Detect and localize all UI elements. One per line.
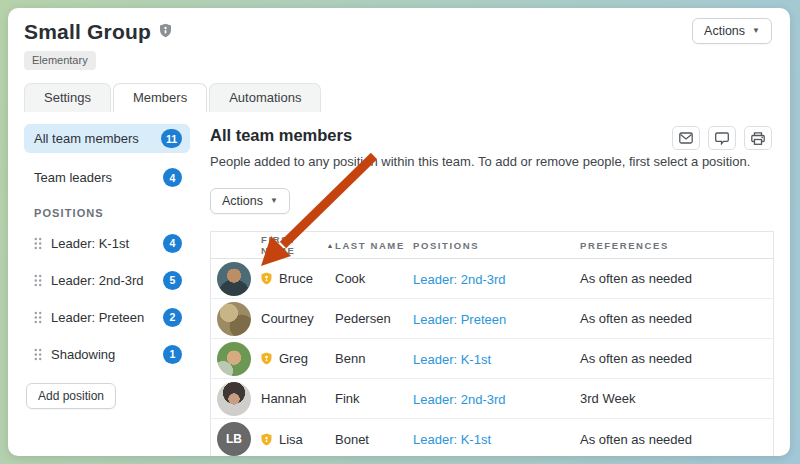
drag-handle-icon[interactable] <box>34 311 42 324</box>
members-sidebar: All team members 11 Team leaders 4 POSIT… <box>24 124 190 456</box>
position-link[interactable]: Leader: K-1st <box>413 352 491 367</box>
column-preferences[interactable]: PREFERENCES <box>580 240 773 251</box>
preference-cell: As often as needed <box>580 351 773 366</box>
avatar[interactable] <box>217 262 251 296</box>
avatar-initials: LB <box>226 432 242 446</box>
team-actions-label: Actions <box>704 24 745 38</box>
last-name-cell: Fink <box>335 391 413 406</box>
first-name-cell: Bruce <box>279 271 313 286</box>
count-badge: 11 <box>161 129 182 148</box>
position-link[interactable]: Leader: Preteen <box>413 312 506 327</box>
table-row[interactable]: Hannah Fink Leader: 2nd-3rd 3rd Week <box>211 379 773 419</box>
sidebar-item-team-leaders[interactable]: Team leaders 4 <box>24 163 190 192</box>
count-badge: 4 <box>163 168 182 187</box>
count-badge: 2 <box>163 308 182 327</box>
members-main-panel: All team members People added to any pos… <box>190 124 774 456</box>
leader-shield-icon <box>261 352 273 365</box>
avatar[interactable] <box>217 382 251 416</box>
leader-shield-icon <box>261 433 273 446</box>
avatar[interactable] <box>217 342 251 376</box>
column-positions[interactable]: POSITIONS <box>413 240 580 251</box>
team-tag-badge: Elementary <box>24 51 96 70</box>
sidebar-position-leader-k-1st[interactable]: Leader: K-1st 4 <box>24 231 190 255</box>
members-actions-button[interactable]: Actions ▼ <box>210 188 290 214</box>
table-row[interactable]: LB Lisa Bonet Leader: K-1st As often as … <box>211 419 773 456</box>
position-link[interactable]: Leader: 2nd-3rd <box>413 272 506 287</box>
position-label: Leader: K-1st <box>51 236 163 251</box>
chevron-down-icon: ▼ <box>752 27 760 35</box>
first-name-cell: Courtney <box>261 311 314 326</box>
position-label: Leader: Preteen <box>51 310 163 325</box>
count-badge: 4 <box>163 234 182 253</box>
first-name-cell: Greg <box>279 351 308 366</box>
avatar[interactable] <box>217 302 251 336</box>
table-row[interactable]: Greg Benn Leader: K-1st As often as need… <box>211 339 773 379</box>
drag-handle-icon[interactable] <box>34 237 42 250</box>
sidebar-item-label: Team leaders <box>34 170 112 185</box>
sort-asc-icon: ▲ <box>326 242 335 249</box>
preference-cell: As often as needed <box>580 311 773 326</box>
table-row[interactable]: Bruce Cook Leader: 2nd-3rd As often as n… <box>211 259 773 299</box>
tab-settings[interactable]: Settings <box>24 83 111 112</box>
members-description: People added to any position within this… <box>210 154 774 169</box>
drag-handle-icon[interactable] <box>34 274 42 287</box>
preference-cell: As often as needed <box>580 271 773 286</box>
drag-handle-icon[interactable] <box>34 348 42 361</box>
last-name-cell: Pedersen <box>335 311 413 326</box>
position-link[interactable]: Leader: K-1st <box>413 432 491 447</box>
table-header-row: FIRST NAME ▲ LAST NAME POSITIONS PREFERE… <box>211 232 773 259</box>
tab-bar: Settings Members Automations <box>24 83 790 112</box>
team-page-card: Small Group Actions ▼ Elementary Setting… <box>8 8 790 456</box>
last-name-cell: Bonet <box>335 432 413 447</box>
tab-members[interactable]: Members <box>113 83 207 112</box>
first-name-cell: Hannah <box>261 391 307 406</box>
sidebar-position-leader-2nd-3rd[interactable]: Leader: 2nd-3rd 5 <box>24 268 190 292</box>
sidebar-position-shadowing[interactable]: Shadowing 1 <box>24 342 190 366</box>
count-badge: 5 <box>163 271 182 290</box>
page-title: Small Group <box>24 20 151 44</box>
leader-shield-icon <box>261 272 273 285</box>
preference-cell: 3rd Week <box>580 391 773 406</box>
page-header: Small Group Actions ▼ Elementary <box>8 8 790 70</box>
count-badge: 1 <box>163 345 182 364</box>
members-actions-label: Actions <box>222 194 263 208</box>
sidebar-position-leader-preteen[interactable]: Leader: Preteen 2 <box>24 305 190 329</box>
positions-section-header: POSITIONS <box>34 207 190 219</box>
sidebar-item-all-team-members[interactable]: All team members 11 <box>24 124 190 153</box>
position-label: Leader: 2nd-3rd <box>51 273 163 288</box>
team-actions-button[interactable]: Actions ▼ <box>692 18 772 44</box>
avatar[interactable]: LB <box>217 422 251 456</box>
chevron-down-icon: ▼ <box>270 197 278 205</box>
last-name-cell: Benn <box>335 351 413 366</box>
column-first-name[interactable]: FIRST NAME ▲ <box>261 234 335 256</box>
members-table: FIRST NAME ▲ LAST NAME POSITIONS PREFERE… <box>210 231 774 456</box>
position-link[interactable]: Leader: 2nd-3rd <box>413 392 506 407</box>
first-name-cell: Lisa <box>279 432 303 447</box>
sidebar-item-label: All team members <box>34 131 139 146</box>
print-icon[interactable] <box>744 126 772 150</box>
last-name-cell: Cook <box>335 271 413 286</box>
members-toolbar <box>672 126 772 150</box>
shield-info-icon <box>159 23 172 42</box>
chat-icon[interactable] <box>708 126 736 150</box>
preference-cell: As often as needed <box>580 432 773 447</box>
position-label: Shadowing <box>51 347 163 362</box>
email-icon[interactable] <box>672 126 700 150</box>
tab-automations[interactable]: Automations <box>209 83 321 112</box>
column-last-name[interactable]: LAST NAME <box>335 240 413 251</box>
add-position-button[interactable]: Add position <box>26 383 116 409</box>
table-row[interactable]: Courtney Pedersen Leader: Preteen As oft… <box>211 299 773 339</box>
